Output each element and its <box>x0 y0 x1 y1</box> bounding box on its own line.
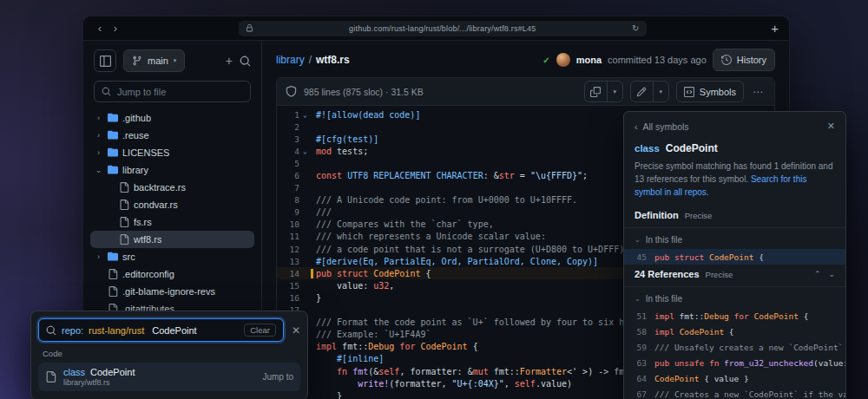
avatar[interactable] <box>556 53 570 67</box>
forward-icon[interactable]: › <box>109 22 122 35</box>
result-path: library/wtf8.rs <box>63 378 135 387</box>
line-number[interactable]: 15 <box>277 281 299 291</box>
file-icon <box>119 217 129 227</box>
tree-item-fs-rs[interactable]: fs.rs <box>90 213 254 231</box>
browser-chrome: ‹ › github.com/rust-lang/rust/blob/.../l… <box>83 16 789 41</box>
tree-item--editorconfig[interactable]: .editorconfig <box>90 265 254 283</box>
line-number[interactable]: 6 <box>277 171 299 180</box>
in-this-file-label: In this file <box>646 294 682 304</box>
line-number[interactable]: 9 <box>277 207 299 217</box>
line-number[interactable]: 13 <box>277 257 299 266</box>
breadcrumb-dir[interactable]: library <box>276 54 305 66</box>
line-number[interactable]: 7 <box>277 183 299 193</box>
search-icon <box>46 325 56 336</box>
reload-icon[interactable]: ↻ <box>632 23 639 33</box>
line-number[interactable]: 8 <box>277 195 299 205</box>
search-qualifier: repo: <box>62 325 83 336</box>
symbols-label: Symbols <box>700 87 736 97</box>
line-number[interactable]: 3 <box>277 134 299 144</box>
address-bar[interactable]: github.com/rust-lang/rust/blob/.../libra… <box>239 21 647 36</box>
tree-item-wtf8-rs[interactable]: wtf8.rs <box>90 231 254 248</box>
clear-button[interactable]: Clear <box>244 324 276 337</box>
history-button[interactable]: History <box>713 49 775 71</box>
line-number[interactable]: 16 <box>277 293 299 303</box>
fold-chevron-icon[interactable]: ⌄ <box>299 147 311 155</box>
chevron-right-icon[interactable]: › <box>94 148 103 157</box>
close-icon[interactable]: ✕ <box>292 324 300 337</box>
references-title: 24 References <box>635 269 700 279</box>
collapse-sidebar-button[interactable] <box>94 49 116 72</box>
tree-item-licenses[interactable]: ›LICENSES <box>90 144 254 161</box>
tree-item--git-blame-ignore-revs[interactable]: .git-blame-ignore-revs <box>90 283 254 300</box>
line-number[interactable]: 5 <box>277 159 299 168</box>
tree-item-condvar-rs[interactable]: condvar.rs <box>90 196 254 213</box>
chevron-down-icon[interactable]: ⌄ <box>94 166 103 174</box>
search-icon[interactable] <box>240 56 251 67</box>
symbol-line-63[interactable]: 63pub unsafe fn from_u32_unchecked(value… <box>624 355 845 370</box>
line-number[interactable]: 2 <box>277 122 299 132</box>
commit-author[interactable]: mona <box>576 55 602 65</box>
tree-item-label: wtf8.rs <box>134 234 161 245</box>
kebab-menu-icon[interactable]: ⋯ <box>751 86 766 98</box>
prev-reference-icon[interactable]: ⌃ <box>814 270 821 278</box>
symbol-line-code: CodePoint { value } <box>654 374 749 383</box>
symbol-line-58[interactable]: 58impl CodePoint { <box>624 324 845 339</box>
tree-item--reuse[interactable]: ›.reuse <box>90 127 254 144</box>
symbol-line-code: /// Unsafely creates a new `CodePoint` w… <box>654 343 845 352</box>
check-icon: ✓ <box>542 56 549 65</box>
divider <box>624 227 845 228</box>
folder-icon <box>108 130 118 141</box>
symbol-line-code: pub struct CodePoint { <box>654 252 764 262</box>
line-number[interactable]: 14 <box>277 269 299 278</box>
search-icon <box>102 87 111 96</box>
file-icon <box>119 182 129 193</box>
copy-caret-icon[interactable]: ▾ <box>607 82 622 101</box>
chevron-right-icon[interactable]: › <box>94 131 103 140</box>
symbol-line-67[interactable]: 67/// Creates a new `CodePoint` if the v… <box>624 386 845 399</box>
symbol-line-51[interactable]: 51impl fmt::Debug for CodePoint { <box>624 308 845 324</box>
tree-item-label: LICENSES <box>122 147 169 158</box>
line-number[interactable]: 12 <box>277 245 299 254</box>
reference-lines: 51impl fmt::Debug for CodePoint {58impl … <box>624 308 845 399</box>
line-number[interactable]: 4 <box>277 147 299 156</box>
commit-message: committed 13 days ago <box>608 55 707 65</box>
symbol-line-code: impl fmt::Debug for CodePoint { <box>654 311 808 321</box>
symbol-line-64[interactable]: 64CodePoint { value } <box>624 370 845 386</box>
chevron-down-icon: ⌄ <box>635 236 641 244</box>
symbol-line-number: 51 <box>635 311 647 321</box>
edit-caret-icon[interactable]: ▾ <box>653 82 668 101</box>
fold-chevron-icon[interactable]: ⌄ <box>299 111 311 119</box>
tree-item-library[interactable]: ⌄library <box>90 161 254 179</box>
result-text: class CodePoint library/wtf8.rs <box>63 367 135 387</box>
search-input[interactable]: repo: rust-lang/rust CodePoint Clear <box>38 318 284 342</box>
add-file-icon[interactable]: + <box>226 54 233 68</box>
tree-item-backtrace-rs[interactable]: backtrace.rs <box>90 179 254 196</box>
close-icon[interactable]: ✕ <box>827 121 835 132</box>
definition-section-header: Definition Precise <box>624 206 845 225</box>
all-symbols-back[interactable]: ‹ All symbols <box>635 121 689 132</box>
pencil-icon[interactable] <box>631 82 653 101</box>
definition-file-section[interactable]: ⌄ In this file <box>624 231 845 249</box>
tree-item--github[interactable]: ›.github <box>90 109 254 127</box>
line-number[interactable]: 1 <box>277 110 299 120</box>
symbol-line-59[interactable]: 59/// Unsafely creates a new `CodePoint`… <box>624 339 845 355</box>
tree-item-label: condvar.rs <box>134 200 178 210</box>
new-tab-icon[interactable]: + <box>763 21 779 36</box>
copy-icon[interactable] <box>585 82 607 101</box>
back-icon[interactable]: ‹ <box>94 22 106 35</box>
chevron-right-icon[interactable]: › <box>94 114 103 122</box>
line-number[interactable]: 10 <box>277 219 299 229</box>
chevron-right-icon[interactable]: › <box>94 252 103 261</box>
next-reference-icon[interactable]: ⌄ <box>828 270 835 278</box>
symbol-line-45[interactable]: 45pub struct CodePoint { <box>624 249 845 265</box>
branch-selector[interactable]: main ▾ <box>123 49 185 72</box>
search-result-item[interactable]: class CodePoint library/wtf8.rs Jump to <box>38 363 300 391</box>
references-section-header: 24 References Precise ⌃ ⌄ <box>624 265 845 284</box>
folder-icon <box>108 147 118 158</box>
jump-to-file-input[interactable]: Jump to file <box>94 81 251 102</box>
tree-item-src[interactable]: ›src <box>90 248 254 265</box>
line-number[interactable]: 11 <box>277 232 299 241</box>
symbol-line-number: 45 <box>635 252 647 262</box>
references-file-section[interactable]: ⌄ In this file <box>624 290 845 308</box>
symbols-button[interactable]: Symbols <box>676 81 744 102</box>
